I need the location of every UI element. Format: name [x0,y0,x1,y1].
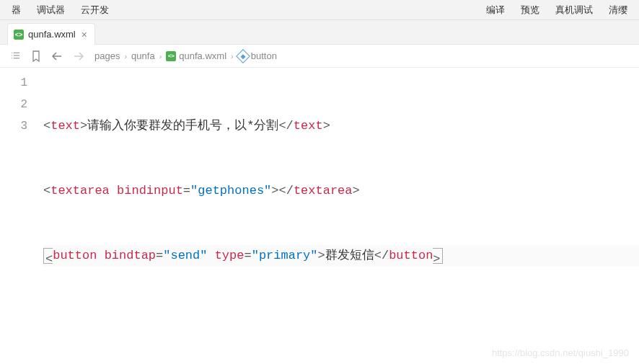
code-editor[interactable]: 1 2 3 <text>请输入你要群发的手机号，以*分割</text> <tex… [0,68,639,364]
chevron-right-icon: › [159,52,162,61]
tab-label: qunfa.wxml [28,29,76,40]
element-icon [236,49,250,63]
close-icon[interactable]: × [80,29,89,40]
tab-qunfa-wxml[interactable]: <> qunfa.wxml × [7,23,95,45]
list-icon[interactable] [10,50,21,61]
menu-editor[interactable]: 器 [4,1,28,19]
menu-clear[interactable]: 清缨 [601,1,635,19]
editor-toolbar: pages › qunfa › <> qunfa.wxml › button [0,45,639,68]
wxml-file-icon: <> [166,51,176,61]
chevron-right-icon: › [124,52,127,61]
line-gutter: 1 2 3 [0,68,38,364]
menu-compile[interactable]: 编译 [479,1,512,19]
breadcrumb-element[interactable]: button [238,50,277,61]
breadcrumb: pages › qunfa › <> qunfa.wxml › button [94,50,277,61]
wxml-file-icon: <> [14,30,24,40]
chevron-right-icon: › [231,52,234,61]
menu-cloud[interactable]: 云开发 [74,1,116,19]
code-line: <button bindtap="send" type="primary">群发… [43,245,639,267]
bookmark-icon[interactable] [31,50,41,62]
menu-device-debug[interactable]: 真机调试 [548,1,600,19]
code-line: <textarea bindinput="getphones"></textar… [43,180,639,202]
menu-preview[interactable]: 预览 [514,1,547,19]
code-area[interactable]: <text>请输入你要群发的手机号，以*分割</text> <textarea … [38,68,639,364]
nav-forward-icon[interactable] [73,51,84,61]
menubar: 器 调试器 云开发 编译 预览 真机调试 清缨 [0,0,639,20]
breadcrumb-file[interactable]: <> qunfa.wxml [166,50,226,61]
breadcrumb-pages[interactable]: pages [94,50,120,61]
breadcrumb-qunfa[interactable]: qunfa [131,50,155,61]
tab-bar: <> qunfa.wxml × [0,20,639,45]
menu-debugger[interactable]: 调试器 [30,1,72,19]
nav-back-icon[interactable] [51,51,63,61]
code-line: <text>请输入你要群发的手机号，以*分割</text> [43,115,639,137]
